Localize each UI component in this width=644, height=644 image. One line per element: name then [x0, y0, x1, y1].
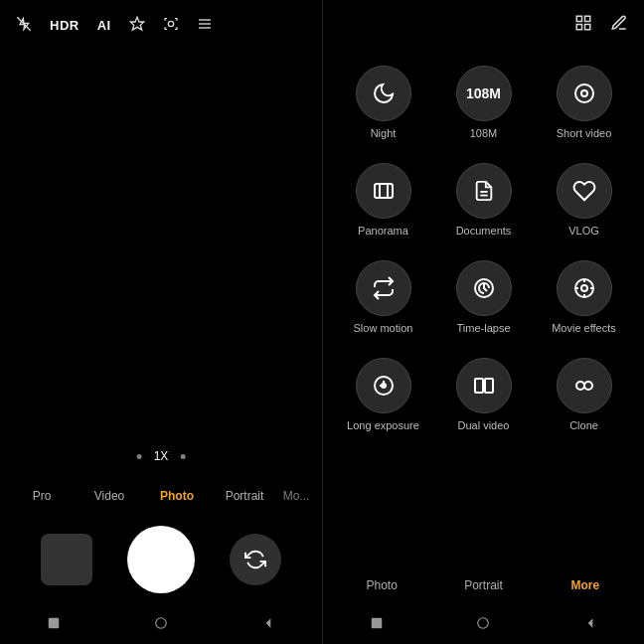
- right-tab-more[interactable]: More: [535, 578, 636, 592]
- square-nav-icon[interactable]: [47, 616, 61, 633]
- left-nav-bar: [0, 606, 322, 644]
- mode-clone[interactable]: Clone: [536, 350, 632, 439]
- mode-time-lapse[interactable]: Time-lapse: [435, 252, 532, 342]
- svg-rect-34: [372, 617, 383, 628]
- tab-photo[interactable]: Photo: [143, 485, 211, 507]
- zoom-indicator: 1X: [137, 449, 186, 463]
- time-lapse-label: Time-lapse: [457, 322, 511, 334]
- svg-point-14: [581, 90, 587, 96]
- svg-marker-8: [266, 618, 271, 627]
- modes-grid: Night 108M 108M Short video: [323, 50, 644, 564]
- right-modes-panel: Night 108M 108M Short video: [323, 0, 644, 644]
- mode-dual-video[interactable]: Dual video: [435, 350, 532, 439]
- right-circle-nav-icon[interactable]: [476, 616, 490, 633]
- svg-point-13: [575, 84, 593, 102]
- svg-rect-12: [585, 25, 590, 30]
- svg-rect-31: [485, 379, 493, 393]
- svg-point-2: [168, 21, 173, 26]
- svg-rect-11: [576, 25, 581, 30]
- svg-point-7: [156, 617, 167, 628]
- 108m-label: 108M: [470, 127, 498, 139]
- mode-long-exposure[interactable]: Long exposure: [335, 350, 431, 439]
- right-top-bar: [323, 0, 644, 50]
- svg-rect-30: [475, 379, 483, 393]
- long-exposure-label: Long exposure: [347, 419, 419, 431]
- bokeh-icon[interactable]: [129, 16, 145, 35]
- svg-rect-6: [49, 617, 60, 628]
- dual-video-label: Dual video: [458, 419, 510, 431]
- 108m-text: 108M: [466, 85, 501, 101]
- mode-short-video[interactable]: Short video: [536, 58, 632, 147]
- short-video-icon-circle: [557, 66, 612, 121]
- mode-vlog[interactable]: VLOG: [536, 155, 632, 244]
- tab-pro[interactable]: Pro: [8, 485, 76, 507]
- tab-portrait[interactable]: Portrait: [211, 485, 278, 507]
- svg-marker-36: [588, 618, 593, 627]
- flip-camera-button[interactable]: [230, 534, 281, 585]
- short-video-label: Short video: [557, 127, 612, 139]
- camera-controls: [0, 517, 322, 606]
- right-mode-tabs: Photo Portrait More: [323, 564, 644, 606]
- ai-label[interactable]: AI: [97, 18, 111, 33]
- focus-icon[interactable]: [163, 16, 179, 35]
- vlog-label: VLOG: [568, 225, 599, 237]
- shutter-button[interactable]: [127, 526, 195, 593]
- right-square-nav-icon[interactable]: [370, 616, 384, 633]
- mode-night[interactable]: Night: [335, 58, 431, 147]
- zoom-dot-right: [180, 454, 185, 459]
- svg-rect-9: [576, 16, 581, 21]
- mode-panorama[interactable]: Panorama: [335, 155, 431, 244]
- svg-point-29: [382, 384, 386, 388]
- svg-marker-1: [130, 17, 143, 30]
- circle-nav-icon[interactable]: [154, 616, 168, 633]
- documents-icon-circle: [456, 163, 512, 219]
- night-icon-circle: [356, 66, 411, 121]
- svg-point-35: [478, 617, 489, 628]
- time-lapse-icon-circle: [456, 260, 512, 316]
- hdr-label[interactable]: HDR: [50, 18, 80, 33]
- menu-icon[interactable]: [197, 16, 213, 35]
- mode-108m[interactable]: 108M 108M: [435, 58, 532, 147]
- slow-motion-label: Slow motion: [354, 322, 413, 334]
- slow-motion-icon-circle: [356, 260, 411, 316]
- clone-icon-circle: [557, 358, 612, 413]
- mode-tabs: Pro Video Photo Portrait Mo...: [0, 475, 322, 517]
- dual-video-icon-circle: [456, 358, 512, 413]
- 108m-icon-circle: 108M: [456, 66, 512, 121]
- tab-more[interactable]: Mo...: [278, 485, 314, 507]
- mode-slow-motion[interactable]: Slow motion: [335, 252, 431, 342]
- night-label: Night: [371, 127, 397, 139]
- svg-rect-15: [375, 184, 393, 198]
- right-nav-bar: [323, 606, 644, 644]
- panorama-label: Panorama: [358, 225, 408, 237]
- svg-point-32: [576, 382, 584, 390]
- gallery-button[interactable]: [41, 534, 92, 585]
- back-nav-icon[interactable]: [261, 616, 275, 633]
- mode-documents[interactable]: Documents: [435, 155, 532, 244]
- movie-effects-label: Movie effects: [552, 322, 616, 334]
- panorama-icon-circle: [356, 163, 411, 219]
- camera-viewfinder[interactable]: 1X: [0, 50, 322, 475]
- clone-label: Clone: [569, 419, 598, 431]
- right-tab-photo[interactable]: Photo: [331, 578, 432, 592]
- left-top-bar: HDR AI: [0, 0, 322, 50]
- flash-off-icon[interactable]: [16, 16, 32, 35]
- svg-point-23: [581, 285, 587, 291]
- mode-movie-effects[interactable]: Movie effects: [536, 252, 632, 342]
- svg-rect-10: [585, 16, 590, 21]
- movie-effects-icon-circle: [557, 260, 612, 316]
- left-camera-panel: HDR AI 1X Pro: [0, 0, 322, 644]
- long-exposure-icon-circle: [356, 358, 411, 413]
- documents-label: Documents: [456, 225, 512, 237]
- right-tab-portrait[interactable]: Portrait: [432, 578, 534, 592]
- tab-video[interactable]: Video: [76, 485, 143, 507]
- svg-point-33: [584, 382, 592, 390]
- zoom-value[interactable]: 1X: [154, 449, 169, 463]
- edit-icon[interactable]: [610, 14, 628, 36]
- vlog-icon-circle: [557, 163, 612, 219]
- zoom-dot-left: [137, 454, 142, 459]
- right-back-nav-icon[interactable]: [583, 616, 597, 633]
- grid-icon[interactable]: [574, 14, 592, 36]
